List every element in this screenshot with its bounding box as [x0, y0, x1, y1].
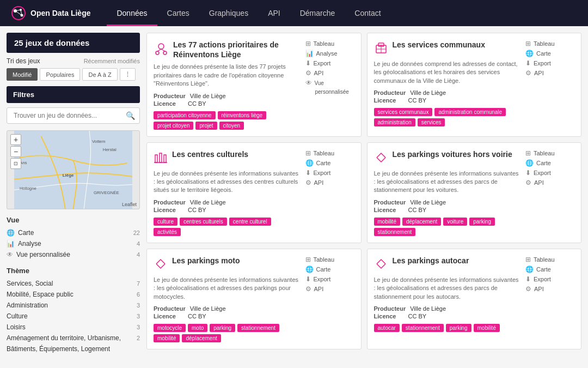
tag[interactable]: parking — [210, 324, 235, 332]
action-analyse[interactable]: 📊Analyse — [305, 50, 354, 57]
theme-administration[interactable]: Administration 3 — [7, 300, 140, 311]
tag[interactable]: stationnement — [374, 228, 416, 236]
vue-item-carte[interactable]: 🌐 Carte 22 — [7, 227, 140, 238]
tag[interactable]: mobilité — [154, 334, 180, 342]
theme-services[interactable]: Services, Social 7 — [7, 278, 140, 289]
api-icon: ⚙ — [305, 179, 311, 186]
tag[interactable]: déplacement — [402, 218, 441, 226]
export-icon: ⬇ — [525, 59, 531, 67]
action-carte[interactable]: 🌐Carte — [525, 159, 574, 167]
action-export[interactable]: ⬇Export — [525, 59, 574, 67]
theme-batiments[interactable]: Bâtiments, Équipements, Logement — [7, 343, 140, 354]
tag[interactable]: stationnement — [237, 324, 279, 332]
map-zoom-out[interactable]: − — [10, 146, 21, 157]
tag[interactable]: citoyen — [219, 122, 244, 130]
vue-item-personnalisee[interactable]: 👁 Vue personnalisée 4 — [7, 249, 140, 260]
card-title-parkings-voitures[interactable]: Les parkings voitures hors voirie — [393, 149, 512, 159]
tag[interactable]: services communaux — [374, 108, 433, 116]
card-title-reinventons[interactable]: Les 77 actions prioritaires de Réinvento… — [173, 40, 300, 59]
action-export[interactable]: ⬇Export — [305, 59, 354, 67]
tag[interactable]: déplacement — [182, 334, 220, 342]
tags-parkings-autocar: autocar stationnement parking mobilité — [374, 324, 520, 332]
theme-culture[interactable]: Culture 3 — [7, 311, 140, 322]
nav-cartes[interactable]: Cartes — [157, 0, 199, 26]
action-tableau[interactable]: ⊞Tableau — [525, 256, 574, 263]
tag[interactable]: administration — [374, 118, 415, 126]
card-title-parkings-autocar[interactable]: Les parkings autocar — [393, 256, 469, 266]
tag[interactable]: parking — [469, 218, 495, 226]
action-api[interactable]: ⚙API — [305, 69, 354, 77]
action-vue2[interactable]: personnalisée — [305, 89, 354, 95]
tag[interactable]: réinventons liège — [218, 111, 267, 119]
card-title-services[interactable]: Les services communaux — [393, 40, 485, 50]
sort-modifie[interactable]: Modifié — [7, 68, 38, 81]
action-export[interactable]: ⬇Export — [305, 169, 354, 177]
tag[interactable]: autocar — [374, 324, 400, 332]
tag[interactable]: culture — [154, 218, 177, 226]
card-actions-services: ⊞Tableau 🌐Carte ⬇Export ⚙API — [525, 40, 574, 130]
action-api[interactable]: ⚙API — [525, 69, 574, 77]
tag[interactable]: activités — [154, 228, 181, 236]
action-export[interactable]: ⬇Export — [525, 169, 574, 177]
sort-more[interactable]: ⋮ — [120, 68, 136, 81]
tag[interactable]: motocycle — [154, 324, 186, 332]
nav-graphiques[interactable]: Graphiques — [199, 0, 258, 26]
action-api[interactable]: ⚙API — [525, 179, 574, 186]
card-title-parkings-moto[interactable]: Les parkings moto — [172, 256, 240, 266]
map-reset[interactable]: ⊡ — [10, 158, 21, 169]
action-tableau[interactable]: ⊞Tableau — [525, 40, 574, 47]
card-desc-parkings-moto: Le jeu de données présente les informati… — [154, 276, 300, 301]
nav-donnees[interactable]: Données — [107, 0, 157, 26]
tag[interactable]: projet citoyen — [154, 122, 193, 130]
action-api[interactable]: ⚙API — [525, 285, 574, 293]
svg-text:Vottem: Vottem — [92, 139, 106, 144]
action-carte[interactable]: 🌐Carte — [305, 266, 354, 273]
tag[interactable]: stationnement — [402, 324, 444, 332]
action-carte[interactable]: 🌐Carte — [305, 159, 354, 167]
card-actions-parkings-autocar: ⊞Tableau 🌐Carte ⬇Export ⚙API — [525, 256, 574, 342]
svg-rect-25 — [164, 155, 166, 162]
action-tableau[interactable]: ⊞Tableau — [305, 256, 354, 263]
sort-az[interactable]: De A à Z — [82, 68, 117, 81]
action-export[interactable]: ⬇Export — [525, 275, 574, 283]
search-icon[interactable]: 🔍 — [126, 111, 135, 120]
search-input[interactable] — [11, 108, 126, 123]
action-tableau[interactable]: ⊞Tableau — [305, 149, 354, 157]
nav-contact[interactable]: Contact — [345, 0, 390, 26]
theme-mobilite[interactable]: Mobilité, Espace public 6 — [7, 289, 140, 300]
action-tableau[interactable]: ⊞Tableau — [525, 149, 574, 157]
sort-populaires[interactable]: Populaires — [40, 68, 80, 81]
action-carte[interactable]: 🌐Carte — [525, 50, 574, 57]
tag[interactable]: moto — [188, 324, 207, 332]
action-tableau[interactable]: ⊞Tableau — [305, 40, 354, 47]
tag[interactable]: mobilité — [474, 324, 500, 332]
action-api[interactable]: ⚙API — [305, 179, 354, 186]
logo[interactable]: Open Data Liège — [11, 5, 90, 21]
tag[interactable]: services — [418, 118, 445, 126]
dataset-card-parkings-voitures: Les parkings voitures hors voirie Le jeu… — [367, 142, 582, 243]
tag[interactable]: administration communale — [434, 108, 506, 116]
action-api[interactable]: ⚙API — [305, 285, 354, 293]
theme-loisirs[interactable]: Loisirs 3 — [7, 322, 140, 333]
action-carte[interactable]: 🌐Carte — [525, 266, 574, 273]
tag[interactable]: voiture — [443, 218, 467, 226]
tag[interactable]: participation citoyenne — [154, 111, 216, 119]
nav-demarche[interactable]: Démarche — [290, 0, 345, 26]
tag[interactable]: projet — [195, 122, 217, 130]
header: Open Data Liège Données Cartes Graphique… — [0, 0, 588, 26]
map-zoom-in[interactable]: + — [10, 134, 21, 145]
tag[interactable]: centres culturels — [180, 218, 227, 226]
nav-api[interactable]: API — [258, 0, 290, 26]
card-title-culture[interactable]: Les centres culturels — [172, 149, 248, 159]
tag[interactable]: centre culturel — [229, 218, 271, 226]
vue-item-analyse[interactable]: 📊 Analyse 4 — [7, 238, 140, 249]
action-vue[interactable]: 👁Vue — [305, 79, 354, 87]
svg-text:Hollogne: Hollogne — [20, 186, 37, 191]
tag[interactable]: parking — [446, 324, 471, 332]
action-export[interactable]: ⬇Export — [305, 275, 354, 283]
map[interactable]: Vottem Herstal Ans Hollogne Liège GRIVEG… — [7, 130, 140, 209]
tags-services: services communaux administration commun… — [374, 108, 520, 126]
tag[interactable]: mobilité — [374, 218, 400, 226]
theme-amenagement[interactable]: Aménagement du territoire, Urbanisme, 2 — [7, 333, 140, 343]
card-desc-culture: Le jeu de données présente les informati… — [154, 170, 300, 195]
